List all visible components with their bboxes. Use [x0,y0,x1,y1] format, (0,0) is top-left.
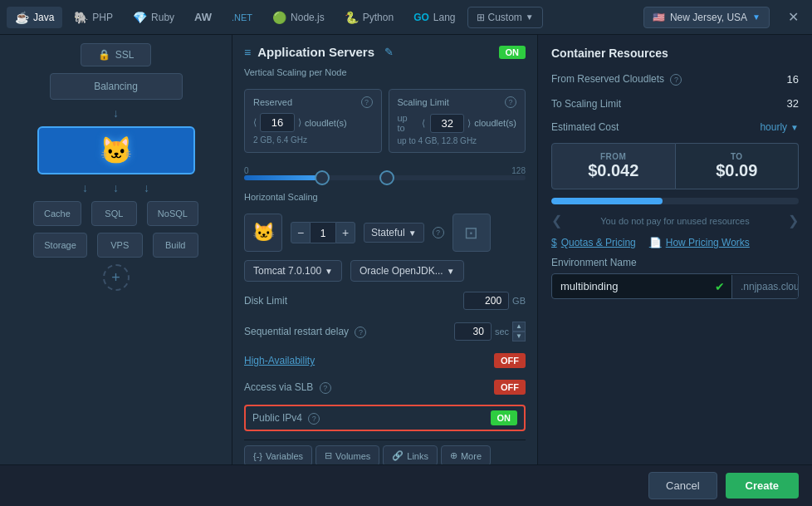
nav-item-php[interactable]: 🐘 PHP [66,7,121,28]
reserved-cloudlets-input[interactable]: 16 [260,113,295,132]
tab-more[interactable]: ⊕ More [441,445,491,464]
tomcat-small-icon: 🐱 [244,214,282,252]
stateful-dropdown[interactable]: Stateful ▼ [364,223,424,243]
counter-minus-button[interactable]: − [291,222,311,243]
flag-icon: 🇺🇸 [653,12,665,23]
reserved-scaling-box: Reserved ? ⟨ 16 ⟩ cloudlet(s) 2 GB, 6.4 … [244,89,382,153]
slider-thumb-reserved[interactable] [315,170,330,185]
right-nav-arrow-icon[interactable]: ❯ [788,213,799,228]
ssl-node[interactable]: 🔒 SSL [81,43,152,66]
jdk-label: Oracle OpenJDK... [360,265,443,277]
high-availability-toggle[interactable]: OFF [494,353,526,368]
hourly-chevron-icon: ▼ [790,123,799,132]
slider-thumb-scaling[interactable] [379,170,394,185]
nav-item-nodejs[interactable]: 🟢 Node.js [264,7,333,28]
storage-node[interactable]: Storage [33,233,87,258]
edit-icon[interactable]: ✎ [384,46,394,58]
cancel-button[interactable]: Cancel [648,472,717,499]
stateful-help-icon[interactable]: ? [433,227,444,238]
jdk-version-dropdown[interactable]: Oracle OpenJDK... ▼ [350,260,464,282]
hourly-selector[interactable]: hourly ▼ [760,121,799,133]
slb-toggle[interactable]: OFF [494,380,526,395]
action-bar: Cancel Create [0,464,812,506]
counter-plus-button[interactable]: + [335,222,355,243]
restart-help-icon[interactable]: ? [355,327,366,338]
chevron-down-icon: ▼ [526,12,534,22]
lock-icon: 🔒 [98,49,110,61]
how-pricing-works-link[interactable]: 📄 How Pricing Works [649,237,750,248]
tomcat-node[interactable]: 🐱 [37,126,195,174]
nav-item-java[interactable]: ☕ Java [7,7,62,28]
reserved-arrow-right-icon: ⟩ [298,117,301,128]
nav-item-net[interactable]: .NET [223,8,261,27]
pricing-links-row: $ Quotas & Pricing 📄 How Pricing Works [551,237,799,248]
restart-delay-input[interactable] [454,322,492,341]
ruby-icon: 💎 [133,11,147,24]
infra-row: Storage VPS Build [8,233,223,258]
quotas-pricing-link[interactable]: $ Quotas & Pricing [551,237,636,248]
nav-label-php: PHP [92,12,113,23]
restart-spinner[interactable]: ▲ ▼ [512,322,526,341]
create-button[interactable]: Create [726,473,799,499]
public-ipv4-toggle[interactable]: ON [491,410,518,425]
tab-variables[interactable]: {-} Variables [244,445,312,464]
tab-links[interactable]: 🔗 Links [383,445,438,464]
close-button[interactable]: ✕ [781,6,805,28]
slb-help-icon[interactable]: ? [320,382,331,394]
from-price-label: FROM [569,152,658,161]
on-status-badge[interactable]: ON [499,46,526,59]
env-name-input[interactable] [552,274,708,298]
volumes-icon: ⊟ [325,450,332,461]
nav-item-golang[interactable]: GO Lang [405,7,463,27]
nosql-node[interactable]: NoSQL [147,201,198,226]
restart-delay-label: Sequential restart delay ? [244,326,366,338]
server-dropdowns-row: Tomcat 7.0.100 ▼ Oracle OpenJDK... ▼ [244,260,526,282]
free-resources-label: You do not pay for unused resources [562,216,788,226]
node-counter: − 1 + [291,222,355,243]
tomcat-icon: 🐱 [100,135,133,166]
nav-label-custom: Custom [488,12,522,23]
balancing-node[interactable]: Balancing [50,73,183,100]
from-price-box: FROM $0.042 [551,143,676,189]
tomcat-label: Tomcat 7.0.100 [253,265,321,277]
tab-volumes[interactable]: ⊟ Volumes [316,445,379,464]
from-cloudlets-help-icon[interactable]: ? [670,74,682,86]
left-nav-arrow-icon[interactable]: ❮ [551,213,562,228]
tomcat-version-dropdown[interactable]: Tomcat 7.0.100 ▼ [244,260,342,282]
region-selector[interactable]: 🇺🇸 New Jersey, USA ▼ [643,7,770,28]
reserved-help-icon[interactable]: ? [361,96,373,108]
high-availability-link[interactable]: High-Availability [244,355,315,366]
environment-name-section: Environment Name ✔ .nnjpaas.cloudmydc.co… [551,257,799,299]
nav-item-aw[interactable]: AW [186,7,220,27]
add-node-button[interactable]: + [103,264,130,291]
disk-unit-label: GB [512,296,526,306]
net-icon: .NET [232,12,252,22]
sql-node[interactable]: SQL [91,201,137,226]
nav-item-python[interactable]: 🐍 Python [336,7,402,28]
vps-label: VPS [110,240,129,250]
restart-delay-row: Sequential restart delay ? sec ▲ ▼ [244,320,526,343]
spinner-down-button[interactable]: ▼ [512,332,526,341]
scaling-limit-help-icon[interactable]: ? [505,96,516,108]
public-ipv4-help-icon[interactable]: ? [308,413,320,425]
nodejs-icon: 🟢 [272,11,286,24]
cache-node[interactable]: Cache [33,201,81,226]
storage-label: Storage [44,240,76,250]
scaling-limit-box: Scaling Limit ? up to ⟨ 32 ⟩ cloudlet(s)… [389,89,526,153]
high-availability-row: High-Availability OFF [244,351,526,370]
build-node[interactable]: Build [153,233,198,258]
disk-limit-input[interactable] [463,292,509,310]
left-panel: 🔒 SSL Balancing ↓ 🐱 ↓ ↓ ↓ Cache SQL NoSQ… [0,35,232,464]
region-chevron-icon: ▼ [752,12,761,22]
cloudlet-slider[interactable]: 0 128 [244,161,526,184]
grid-icon: ⊞ [477,12,485,23]
scaling-limit-input[interactable]: 32 [430,114,464,133]
aw-icon: AW [194,11,212,23]
scaling-arrow-right-icon: ⟩ [467,118,471,129]
vps-node[interactable]: VPS [97,233,143,258]
nav-item-ruby[interactable]: 💎 Ruby [125,7,183,28]
spinner-up-button[interactable]: ▲ [512,322,526,332]
slider-max-label: 128 [511,166,526,175]
to-scaling-value: 32 [787,97,799,110]
nav-item-custom[interactable]: ⊞ Custom ▼ [467,7,543,28]
